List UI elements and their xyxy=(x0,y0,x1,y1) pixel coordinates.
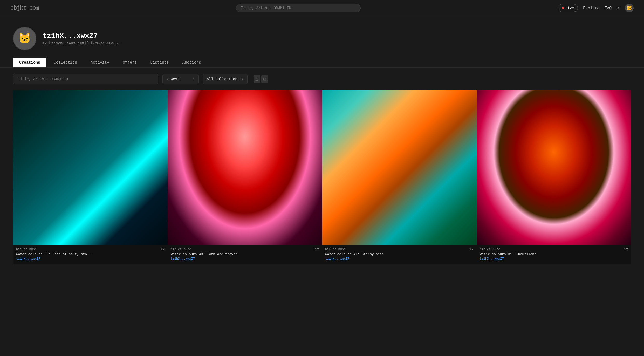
art-title-1: Water colours 43: Torn and frayed xyxy=(171,252,319,256)
profile-avatar[interactable]: 🐱 xyxy=(13,27,36,50)
tab-offers[interactable]: Offers xyxy=(117,58,143,67)
live-button[interactable]: Live xyxy=(558,4,578,12)
filter-bar: Newest ▾ All Collections ▾ ⊞ ⊟ xyxy=(0,68,644,90)
art-meta-1: hic et nunc 1x xyxy=(171,248,319,251)
art-card-1[interactable]: hic et nunc 1x Water colours 43: Torn an… xyxy=(168,90,322,264)
art-grid: hic et nunc 1x Water colours 60: Gods of… xyxy=(0,90,644,264)
collection-dropdown[interactable]: All Collections ▾ xyxy=(203,74,248,84)
art-title-0: Water colours 60: Gods of salt, sto... xyxy=(16,252,165,256)
logo[interactable]: objkt.com xyxy=(10,5,39,11)
logo-suffix: .com xyxy=(26,5,39,11)
explore-link[interactable]: Explore xyxy=(583,6,599,10)
sort-arrow-icon: ▾ xyxy=(193,77,195,81)
art-title-3: Water colours 31: Incursions xyxy=(480,252,628,256)
profile-address: tz1hXKn2BcU64HxSrmojfuf7cDoweJ9xwxZ7 xyxy=(43,41,121,45)
art-collection-1: hic et nunc xyxy=(171,248,191,251)
tab-auctions[interactable]: Auctions xyxy=(176,58,207,67)
art-artist-2[interactable]: tz1hX...xwxZ7 xyxy=(325,257,474,261)
live-label: Live xyxy=(565,6,574,10)
art-artist-0[interactable]: tz1hX...xwxZ7 xyxy=(16,257,165,261)
faq-link[interactable]: FAQ xyxy=(605,6,612,10)
art-meta-2: hic et nunc 1x xyxy=(325,248,474,251)
filter-search[interactable] xyxy=(13,74,158,84)
tab-creations[interactable]: Creations xyxy=(13,58,46,67)
tab-collection[interactable]: Collection xyxy=(47,58,83,67)
profile-section: 🐱 tz1hX...xwxZ7 tz1hXKn2BcU64HxSrmojfuf7… xyxy=(0,16,644,55)
art-card-3[interactable]: hic et nunc 1x Water colours 31: Incursi… xyxy=(477,90,631,264)
art-meta-3: hic et nunc 1x xyxy=(480,248,628,251)
profile-info: tz1hX...xwxZ7 tz1hXKn2BcU64HxSrmojfuf7cD… xyxy=(43,32,121,45)
logo-main: objkt xyxy=(10,5,26,11)
art-count-2: 1x xyxy=(470,248,473,251)
user-avatar[interactable]: 🐱 xyxy=(625,4,634,12)
header-search[interactable] xyxy=(236,4,361,12)
art-card-0[interactable]: hic et nunc 1x Water colours 60: Gods of… xyxy=(13,90,168,264)
art-card-2[interactable]: hic et nunc 1x Water colours 41: Stormy … xyxy=(322,90,477,264)
art-image-3 xyxy=(477,90,631,245)
art-collection-3: hic et nunc xyxy=(480,248,500,251)
sort-dropdown[interactable]: Newest ▾ xyxy=(162,74,199,84)
collection-arrow-icon: ▾ xyxy=(242,77,244,81)
art-count-1: 1x xyxy=(315,248,319,251)
live-indicator xyxy=(562,7,564,9)
art-title-2: Water colours 41: Stormy seas xyxy=(325,252,474,256)
tab-activity[interactable]: Activity xyxy=(84,58,115,67)
sort-label: Newest xyxy=(166,77,179,81)
art-image-1 xyxy=(168,90,322,245)
list-view-button[interactable]: ⊟ xyxy=(261,75,268,83)
tabs-nav: Creations Collection Activity Offers Lis… xyxy=(0,55,644,68)
collection-label: All Collections xyxy=(207,77,239,81)
art-count-3: 1x xyxy=(624,248,628,251)
grid-toggle: ⊞ ⊟ xyxy=(254,75,268,83)
profile-handle: tz1hX...xwxZ7 xyxy=(43,32,121,40)
avatar-emoji: 🐱 xyxy=(626,5,632,11)
filter-search-input[interactable] xyxy=(13,74,158,84)
art-card-info-1: hic et nunc 1x Water colours 43: Torn an… xyxy=(168,245,322,264)
art-artist-3[interactable]: tz1hX...xwxZ7 xyxy=(480,257,628,261)
profile-avatar-emoji: 🐱 xyxy=(18,32,31,45)
tab-listings[interactable]: Listings xyxy=(144,58,175,67)
theme-toggle-icon[interactable]: ☀ xyxy=(617,5,620,11)
art-image-0 xyxy=(13,90,168,245)
art-artist-1[interactable]: tz1hX...xwxZ7 xyxy=(171,257,319,261)
art-card-info-0: hic et nunc 1x Water colours 60: Gods of… xyxy=(13,245,168,264)
art-count-0: 1x xyxy=(161,248,164,251)
art-meta-0: hic et nunc 1x xyxy=(16,248,165,251)
header: objkt.com Live Explore FAQ ☀ 🐱 xyxy=(0,0,644,16)
header-nav: Live Explore FAQ ☀ 🐱 xyxy=(558,4,634,12)
grid-view-button[interactable]: ⊞ xyxy=(254,75,260,83)
art-collection-2: hic et nunc xyxy=(325,248,346,251)
art-card-info-2: hic et nunc 1x Water colours 41: Stormy … xyxy=(322,245,477,264)
header-search-input[interactable] xyxy=(236,4,361,12)
art-collection-0: hic et nunc xyxy=(16,248,37,251)
art-card-info-3: hic et nunc 1x Water colours 31: Incursi… xyxy=(477,245,631,264)
art-image-2 xyxy=(322,90,477,245)
